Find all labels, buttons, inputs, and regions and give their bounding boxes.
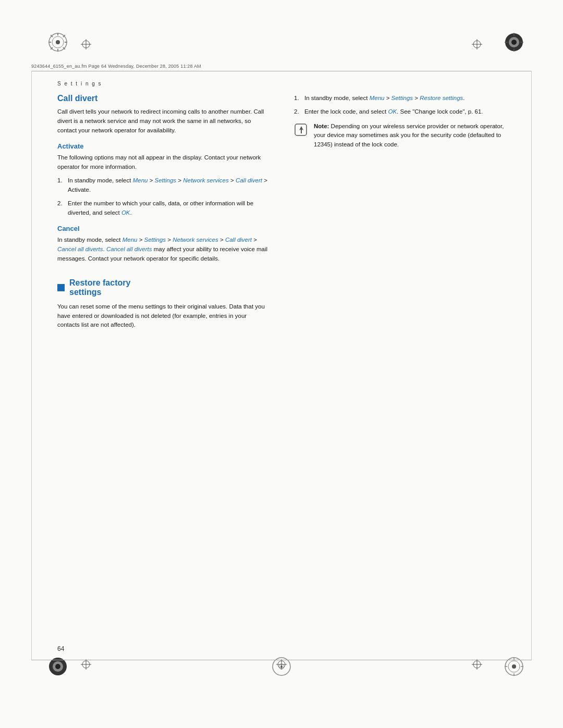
crosshair-bottom-left xyxy=(81,659,91,672)
crosshair-top-left xyxy=(81,39,91,52)
rule-right xyxy=(531,71,532,660)
step-1-text: In standby mode, select Menu > Settings … xyxy=(68,176,269,195)
right-step-2: 2. Enter the lock code, and select OK. S… xyxy=(294,107,506,117)
svg-point-13 xyxy=(511,40,517,45)
ok-link-1: OK xyxy=(121,209,130,216)
note-content: Note: Depending on your wireless service… xyxy=(314,122,506,150)
restore-title-line1: Restore factory xyxy=(69,278,130,288)
ok-link-right: OK xyxy=(388,108,397,115)
deco-gear-top-right xyxy=(504,32,524,54)
note-icon xyxy=(294,123,309,138)
page: 9243644_6155_en_au.fm Page 64 Wednesday,… xyxy=(0,0,563,728)
call-divert-link-cancel: Call divert xyxy=(225,237,252,243)
call-divert-link-1: Call divert xyxy=(236,177,262,183)
step-1-number: 1. xyxy=(57,176,65,195)
cancel-all-link-1: Cancel all diverts xyxy=(57,246,103,252)
rule-bottom xyxy=(31,660,532,660)
svg-point-23 xyxy=(512,664,516,669)
network-services-link-1: Network services xyxy=(183,177,229,183)
menu-link-1: Menu xyxy=(133,177,148,183)
left-column: Call divert Call divert tells your netwo… xyxy=(57,94,269,334)
right-step-1-text: In standby mode, select Menu > Settings … xyxy=(304,94,506,103)
activate-description: The following options may not all appear… xyxy=(57,153,269,172)
rule-top xyxy=(31,71,532,71)
cancel-all-link-2: Cancel all diverts xyxy=(106,246,152,252)
crosshair-bottom-center xyxy=(276,659,287,672)
call-divert-heading: Call divert xyxy=(57,94,269,103)
rule-left xyxy=(31,71,32,660)
note-label: Note: xyxy=(314,123,329,129)
crosshair-top-right xyxy=(472,39,482,52)
restore-square-icon xyxy=(57,284,65,291)
settings-link-1: Settings xyxy=(155,177,177,183)
svg-point-20 xyxy=(55,664,60,669)
deco-gear-top-left xyxy=(48,32,68,54)
content-area: S e t t i n g s Call divert Call divert … xyxy=(57,81,506,652)
restore-factory-section: Restore factory settings You can reset s… xyxy=(57,278,269,330)
header-strip-text: 9243644_6155_en_au.fm Page 64 Wednesday,… xyxy=(31,64,201,69)
restore-description: You can reset some of the menu settings … xyxy=(57,302,269,330)
restore-heading-text: Restore factory settings xyxy=(69,278,130,297)
menu-link-cancel: Menu xyxy=(123,237,138,243)
activate-step-1: 1. In standby mode, select Menu > Settin… xyxy=(57,176,269,195)
right-step-2-number: 2. xyxy=(294,107,301,117)
settings-link-cancel: Settings xyxy=(144,237,166,243)
restore-settings-link: Restore settings xyxy=(420,95,463,101)
cancel-text: In standby mode, select Menu > Settings … xyxy=(57,236,269,263)
header-strip: 9243644_6155_en_au.fm Page 64 Wednesday,… xyxy=(31,61,532,71)
note-box: Note: Depending on your wireless service… xyxy=(294,122,506,150)
restore-heading-block: Restore factory settings xyxy=(57,278,269,297)
right-step-1-number: 1. xyxy=(294,94,301,103)
section-label: S e t t i n g s xyxy=(57,81,506,87)
svg-point-2 xyxy=(56,40,60,44)
activate-heading: Activate xyxy=(57,142,269,150)
network-services-link-cancel: Network services xyxy=(173,237,218,243)
activate-step-2: 2. Enter the number to which your calls,… xyxy=(57,199,269,218)
crosshair-bottom-right xyxy=(472,659,482,672)
page-number-value: 64 xyxy=(57,645,64,652)
step-2-text: Enter the number to which your calls, da… xyxy=(68,199,269,218)
right-step-2-text: Enter the lock code, and select OK. See … xyxy=(304,107,506,117)
menu-link-right-1: Menu xyxy=(370,95,385,101)
note-body: Depending on your wireless service provi… xyxy=(314,123,504,148)
two-column-layout: Call divert Call divert tells your netwo… xyxy=(57,94,506,334)
restore-title-line2: settings xyxy=(69,288,130,297)
right-step-1: 1. In standby mode, select Menu > Settin… xyxy=(294,94,506,103)
page-number: 64 xyxy=(57,645,64,652)
step-2-number: 2. xyxy=(57,199,65,218)
right-column: 1. In standby mode, select Menu > Settin… xyxy=(294,94,506,334)
cancel-heading: Cancel xyxy=(57,225,269,232)
settings-link-right-1: Settings xyxy=(391,95,413,101)
call-divert-intro: Call divert tells your network to redire… xyxy=(57,107,269,135)
